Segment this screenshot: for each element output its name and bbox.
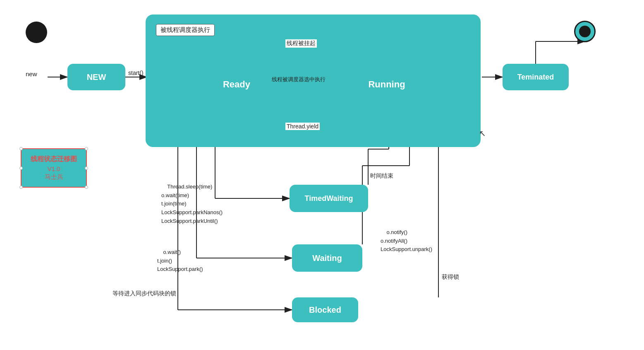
state-blocked: Blocked bbox=[292, 297, 358, 322]
cursor: ↖ bbox=[479, 128, 484, 136]
state-running: Running bbox=[354, 68, 420, 101]
thread-yield-label: Thread.yield bbox=[285, 123, 320, 130]
start-node bbox=[26, 22, 47, 43]
timed-wait-end-label: 时间结束 bbox=[370, 172, 393, 180]
diagram-container: new start() NEW 被线程调度器执行 Ready Running 线… bbox=[0, 0, 644, 350]
timed-wait-methods-label: Thread.sleep(time) o.wait(time) t.join(t… bbox=[161, 174, 223, 234]
thread-hung-label: 线程被挂起 bbox=[285, 39, 317, 48]
end-node-inner bbox=[579, 26, 591, 37]
legend-author: 马士兵 bbox=[28, 173, 79, 181]
state-terminated: Teminated bbox=[503, 64, 569, 90]
get-lock-label: 获得锁 bbox=[442, 273, 459, 281]
thread-selected-label: 线程被调度器选中执行 bbox=[272, 76, 326, 83]
wait-methods-label: o.wait() t.join() LockSupport.park() bbox=[157, 239, 203, 282]
state-timed-waiting: TimedWaiting bbox=[290, 185, 368, 212]
legend-box: 线程状态迁移图 V1.0 马士兵 bbox=[21, 148, 87, 188]
state-waiting: Waiting bbox=[292, 244, 362, 272]
state-ready: Ready bbox=[206, 68, 268, 101]
big-container-label: 被线程调度器执行 bbox=[156, 24, 215, 36]
state-new: NEW bbox=[67, 64, 125, 90]
start-method-label: start() bbox=[128, 70, 144, 76]
new-label: new bbox=[26, 70, 37, 77]
blocked-label-text: 等待进入同步代码块的锁 bbox=[113, 290, 176, 297]
legend-title: 线程状态迁移图 bbox=[28, 155, 79, 164]
end-node bbox=[574, 21, 596, 42]
legend-version: V1.0 bbox=[28, 165, 79, 172]
notify-methods-label: o.notify() o.notifyAll() LockSupport.unp… bbox=[381, 220, 432, 263]
